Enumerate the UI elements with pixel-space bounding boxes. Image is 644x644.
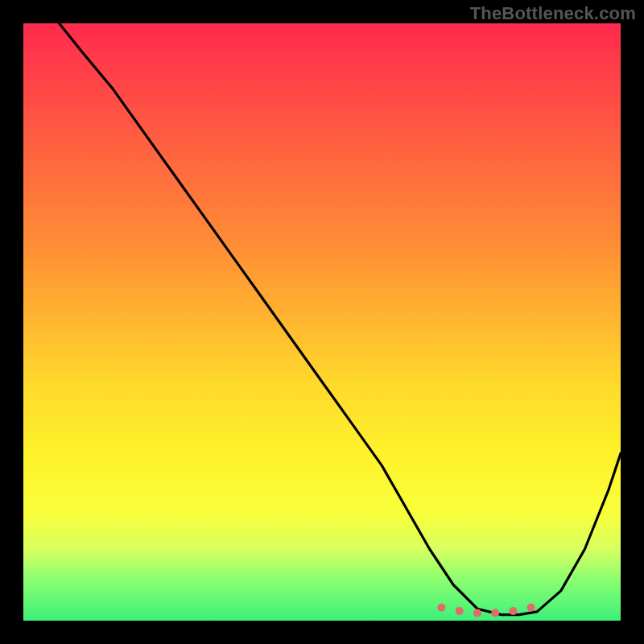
chart-frame: TheBottleneck.com bbox=[0, 0, 644, 644]
marker-dot bbox=[491, 609, 499, 617]
marker-dot bbox=[473, 609, 481, 617]
marker-dot bbox=[456, 607, 464, 615]
watermark-text: TheBottleneck.com bbox=[470, 3, 636, 24]
curve-layer bbox=[23, 23, 621, 621]
marker-dot bbox=[527, 604, 535, 612]
marker-dot bbox=[509, 607, 517, 615]
marker-dot bbox=[437, 604, 445, 612]
bottleneck-curve bbox=[60, 23, 621, 615]
